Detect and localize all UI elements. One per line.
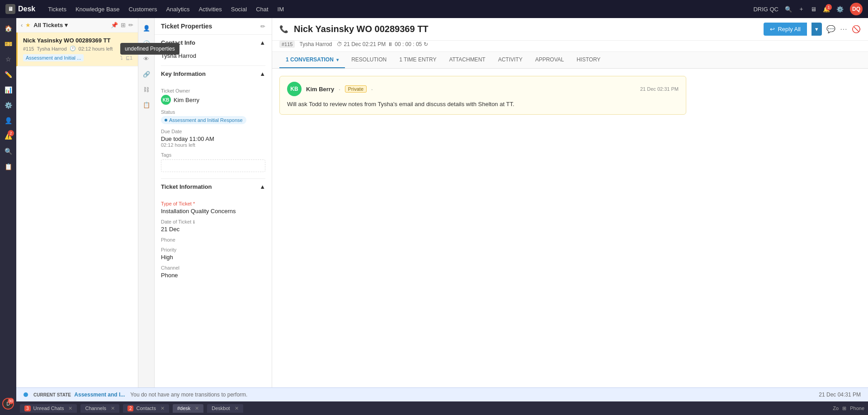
nav-im[interactable]: IM [278,6,284,13]
nav-chat[interactable]: Chat [256,6,268,13]
sender-avatar: KB [287,82,302,96]
chat-tab-deskbot[interactable]: Deskbot ✕ [207,404,243,413]
avatar-badge: 30 [8,398,14,404]
tab-activity[interactable]: ACTIVITY [492,52,529,68]
ticket-list-header: ‹ ★ All Tickets ▾ 📌 ⊞ ✏ [16,18,138,33]
grid-icon[interactable]: ⊞ [842,406,846,411]
ticket-date: 21 Dec 02:21 PM [344,41,386,47]
key-info-section-header[interactable]: Key Information ▲ [155,66,272,81]
monitor-icon[interactable]: 🖥 [811,6,816,13]
message-body: Will ask Todd to review notes from Tysha… [287,100,679,109]
pause-icon[interactable]: ⏸ [387,41,393,47]
chat-icon[interactable]: 💬 [826,25,835,33]
refresh-icon[interactable]: ↻ [424,41,428,47]
sidebar-list[interactable]: 📋 [1,160,15,173]
pin-icon[interactable]: 📌 [111,22,118,28]
ticket-status-tag: Assessment and Initial ... [23,54,84,61]
close-unread-tab[interactable]: ✕ [68,406,72,411]
contacts-badge: 2 [127,406,134,411]
nav-analytics[interactable]: Analytics [166,6,189,13]
separator-dot2: · [371,86,373,93]
user-name[interactable]: DRIG QC [753,6,778,13]
sidebar-search[interactable]: 🔍 [1,145,15,158]
filter-icon[interactable]: ⊞ [121,22,126,28]
bell-icon[interactable]: 🔔 1 [823,6,830,13]
ticket-list-item[interactable]: Nick Yasinsky WO 00289369 TT #115 Tysha … [16,33,138,66]
top-navigation: 🖥 Desk Tickets Knowledge Base Customers … [0,0,868,18]
tab-time-entry[interactable]: 1 TIME ENTRY [393,52,443,68]
plus-icon[interactable]: ＋ [798,5,804,13]
content-header: 📞 Nick Yasinsky WO 00289369 TT ↩ Reply A… [272,18,868,41]
nav-knowledge-base[interactable]: Knowledge Base [75,6,120,13]
channel-value: Phone [161,272,265,279]
edit-icon[interactable]: ✏ [128,22,133,28]
date-of-ticket-value: 21 Dec [161,226,265,233]
tab-approval[interactable]: APPROVAL [529,52,571,68]
chat-tab-contacts[interactable]: 2 Contacts ✕ [123,404,169,413]
timer-value: 00 : 00 : 05 [395,41,422,47]
content-area: 📞 Nick Yasinsky WO 00289369 TT ↩ Reply A… [272,18,868,401]
close-deskbot-tab[interactable]: ✕ [235,406,239,411]
chat-tab-desk[interactable]: #desk ✕ [173,404,203,413]
due-date-value: Due today 11:00 AM [161,135,265,142]
mid-share-icon[interactable]: 🔗 [140,68,153,80]
tab-conversation[interactable]: 1 CONVERSATION ▾ [279,52,345,68]
tab-attachment[interactable]: ATTACHMENT [443,52,491,68]
status-badge: Assessment and Initial Response [161,116,246,124]
mid-person-icon[interactable]: 👤 [140,22,153,34]
due-date-label: Due Date [161,129,265,134]
bottom-chat-bar: 3 Unread Chats ✕ Channels ✕ 2 Contacts ✕… [16,401,868,415]
ticket-info-section-header[interactable]: Ticket Information ▲ [155,179,272,194]
block-icon[interactable]: 🚫 [852,25,861,33]
more-options-icon[interactable]: ⋯ [840,25,847,33]
key-info-body: Ticket Owner KB Kim Berry Status Assessm… [155,81,272,178]
settings-icon[interactable]: ⚙️ [836,6,844,13]
sidebar-tickets[interactable]: 🎫 [1,37,15,51]
date-of-ticket-label: Date of Ticket ℹ [161,219,265,224]
reply-all-button[interactable]: ↩ Reply All [764,23,807,36]
close-desk-tab[interactable]: ✕ [195,406,199,411]
count-icon: ⊑1 [126,55,132,61]
sidebar-chart[interactable]: 📊 [1,83,15,97]
tags-input[interactable] [161,159,265,172]
sidebar-settings[interactable]: ⚙️ [1,98,15,112]
nav-activities[interactable]: Activities [198,6,222,13]
sidebar-home[interactable]: 🏠 [1,22,15,35]
mid-template-icon[interactable]: 📋 [140,98,153,111]
sidebar-star[interactable]: ☆ [1,52,15,66]
tab-history[interactable]: HISTORY [570,52,607,68]
sidebar-user[interactable]: 👤 [1,114,15,127]
ticket-id: #115 [23,46,34,51]
close-contacts-tab[interactable]: ✕ [160,406,165,411]
app-logo: 🖥 Desk [5,4,35,14]
chat-tab-channels[interactable]: Channels ✕ [80,404,119,413]
star-icon[interactable]: ★ [25,22,31,28]
edit-properties-icon[interactable]: ✏ [260,23,265,30]
clock-icon: 🕐 [70,46,76,51]
message-header: KB Kim Berry · Private · 21 Dec 02:31 PM [287,82,679,96]
reply-all-dropdown-button[interactable]: ▾ [811,23,822,36]
chevron-tab: ▾ [336,57,339,62]
tab-resolution[interactable]: RESOLUTION [345,52,393,68]
topnav-right: DRIG QC 🔍 ＋ 🖥 🔔 1 ⚙️ DQ [753,3,863,15]
ticket-main-title: Nick Yasinsky WO 00289369 TT [294,24,429,34]
all-tickets-dropdown[interactable]: All Tickets ▾ [33,22,68,28]
user-avatar[interactable]: DQ [850,3,863,15]
nav-tickets[interactable]: Tickets [48,6,66,13]
chat-tab-unread[interactable]: 3 Unread Chats ✕ [20,404,77,413]
sidebar-warning[interactable]: ⚠️ 2 [1,129,15,143]
sidebar-avatar[interactable]: D 30 [1,397,15,410]
owner-avatar: KB [161,95,171,105]
nav-social[interactable]: Social [231,6,247,13]
status-label: Status [161,109,265,115]
collapse-button[interactable]: ‹ [21,22,23,28]
timer-area: ⏱ 21 Dec 02:21 PM ⏸ 00 : 00 : 05 ↻ [337,41,429,47]
chevron-down-icon: ▾ [65,22,68,28]
nav-customers[interactable]: Customers [129,6,157,13]
search-icon[interactable]: 🔍 [785,6,792,13]
separator-dot: · [339,86,340,93]
sidebar-edit[interactable]: ✏️ [1,68,15,81]
mid-link-icon[interactable]: ⛓ [140,83,153,96]
close-channels-tab[interactable]: ✕ [111,406,115,411]
ticket-sub-assignee: Tysha Harrod [299,41,332,47]
